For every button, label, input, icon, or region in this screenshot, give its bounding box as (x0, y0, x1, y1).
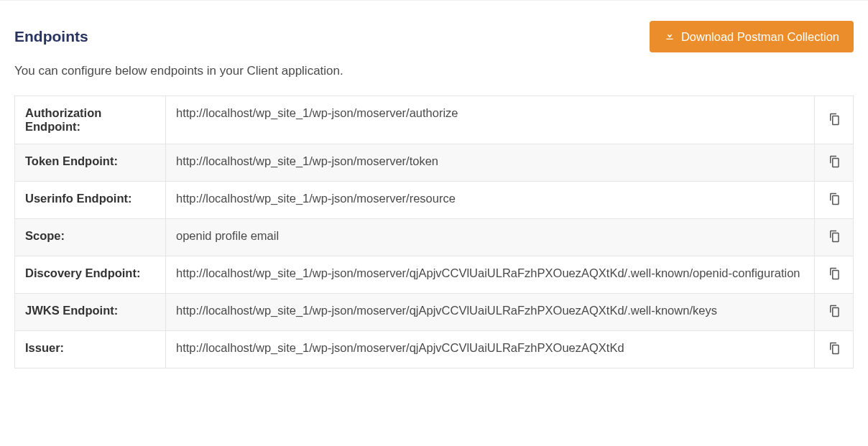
table-row: Issuer:http://localhost/wp_site_1/wp-jso… (15, 331, 854, 368)
table-row: Userinfo Endpoint:http://localhost/wp_si… (15, 182, 854, 219)
copy-icon[interactable] (827, 154, 841, 169)
copy-icon[interactable] (827, 341, 841, 356)
endpoint-label: Discovery Endpoint: (15, 256, 166, 294)
endpoint-action-cell (815, 219, 854, 256)
endpoint-value: http://localhost/wp_site_1/wp-json/moser… (166, 331, 815, 368)
endpoint-action-cell (815, 96, 854, 144)
endpoint-action-cell (815, 144, 854, 182)
endpoint-value: http://localhost/wp_site_1/wp-json/moser… (166, 96, 815, 144)
endpoint-value: openid profile email (166, 219, 815, 256)
endpoint-label: Scope: (15, 219, 166, 256)
download-icon (664, 29, 675, 44)
table-row: Authorization Endpoint:http://localhost/… (15, 96, 854, 144)
endpoint-value: http://localhost/wp_site_1/wp-json/moser… (166, 256, 815, 294)
endpoint-action-cell (815, 294, 854, 331)
section-header: Endpoints Download Postman Collection (14, 1, 854, 52)
table-row: Discovery Endpoint:http://localhost/wp_s… (15, 256, 854, 294)
endpoint-label: Token Endpoint: (15, 144, 166, 182)
endpoint-value: http://localhost/wp_site_1/wp-json/moser… (166, 294, 815, 331)
copy-icon[interactable] (827, 112, 841, 126)
endpoints-table: Authorization Endpoint:http://localhost/… (14, 96, 854, 368)
endpoint-label: Userinfo Endpoint: (15, 182, 166, 219)
section-description: You can configure below endpoints in you… (14, 64, 854, 78)
endpoint-action-cell (815, 182, 854, 219)
download-postman-button[interactable]: Download Postman Collection (650, 21, 854, 52)
endpoint-label: Issuer: (15, 331, 166, 368)
table-row: JWKS Endpoint:http://localhost/wp_site_1… (15, 294, 854, 331)
copy-icon[interactable] (827, 304, 841, 318)
endpoint-value: http://localhost/wp_site_1/wp-json/moser… (166, 144, 815, 182)
copy-icon[interactable] (827, 266, 841, 281)
endpoint-label: Authorization Endpoint: (15, 96, 166, 144)
endpoint-action-cell (815, 256, 854, 294)
section-title: Endpoints (14, 28, 88, 45)
copy-icon[interactable] (827, 192, 841, 206)
table-row: Token Endpoint:http://localhost/wp_site_… (15, 144, 854, 182)
table-row: Scope:openid profile email (15, 219, 854, 256)
endpoint-action-cell (815, 331, 854, 368)
endpoints-panel: Endpoints Download Postman Collection Yo… (0, 0, 868, 383)
endpoint-label: JWKS Endpoint: (15, 294, 166, 331)
download-button-label: Download Postman Collection (681, 30, 839, 44)
copy-icon[interactable] (827, 229, 841, 243)
endpoint-value: http://localhost/wp_site_1/wp-json/moser… (166, 182, 815, 219)
